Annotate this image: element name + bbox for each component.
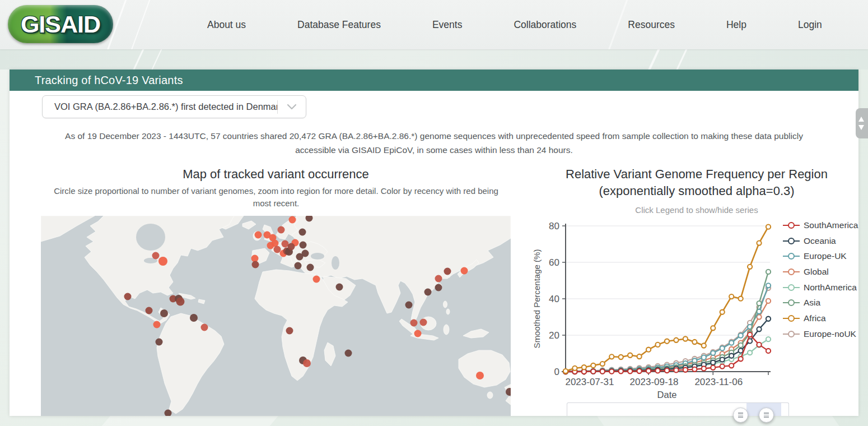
site-header: GISAID About us Database Features Events… [0, 0, 868, 49]
variant-occurrence-dot[interactable] [158, 257, 167, 266]
variant-occurrence-dot[interactable] [302, 250, 309, 257]
variant-occurrence-dot[interactable] [153, 321, 161, 328]
legend-marker-icon [783, 314, 800, 322]
legend-item-Global[interactable]: Global [783, 264, 858, 280]
variant-occurrence-dot[interactable] [435, 284, 442, 291]
legend-item-Oceania[interactable]: Oceania [783, 233, 858, 249]
nav-item-about-us[interactable]: About us [207, 19, 246, 31]
variant-occurrence-dot[interactable] [303, 359, 311, 367]
legend-label: Africa [804, 313, 826, 323]
variant-occurrence-dot[interactable] [405, 302, 413, 309]
legend-label: Asia [804, 298, 820, 308]
variant-occurrence-dot[interactable] [476, 372, 484, 379]
world-map-svg [41, 216, 511, 416]
arrow-up-icon [858, 117, 864, 122]
variant-occurrence-dot[interactable] [252, 261, 259, 268]
world-map[interactable] [41, 216, 511, 416]
nav-item-database-features[interactable]: Database Features [297, 19, 381, 31]
svg-text:2023-09-18: 2023-09-18 [630, 377, 679, 387]
legend-marker-icon [783, 268, 800, 276]
legend-marker-icon [783, 221, 800, 229]
legend-marker-icon [783, 252, 800, 260]
variant-occurrence-dot[interactable] [420, 319, 427, 326]
variant-occurrence-dot[interactable] [165, 410, 172, 416]
map-title: Map of tracked variant occurrence [42, 166, 510, 183]
variant-occurrence-dot[interactable] [295, 262, 302, 270]
svg-text:2023-11-06: 2023-11-06 [694, 377, 743, 387]
grip-icon [738, 413, 743, 418]
legend-label: Europe-noUK [804, 329, 856, 339]
gisaid-logo[interactable]: GISAID [8, 5, 113, 43]
variant-occurrence-dot[interactable] [444, 268, 451, 275]
legend-item-SouthAmerica[interactable]: SouthAmerica [783, 217, 858, 233]
variant-occurrence-dot[interactable] [251, 255, 259, 262]
variant-occurrence-dot[interactable] [255, 231, 262, 239]
svg-text:60: 60 [549, 257, 559, 268]
side-panel-toggle[interactable] [856, 108, 868, 138]
variant-occurrence-dot[interactable] [424, 289, 432, 296]
variant-occurrence-dot[interactable] [288, 243, 295, 251]
svg-text:Date: Date [657, 390, 677, 400]
variant-occurrence-dot[interactable] [201, 324, 208, 331]
frequency-line-chart[interactable]: 0204060802023-07-312023-09-182023-11-06S… [531, 216, 781, 402]
svg-text:2023-07-31: 2023-07-31 [565, 377, 614, 387]
legend-marker-icon [783, 299, 800, 307]
variant-select-value: VOI GRA (BA.2.86+BA.2.86.*) first detect… [43, 101, 277, 112]
page-title: Tracking of hCoV-19 Variants [35, 74, 183, 86]
variant-select[interactable]: VOI GRA (BA.2.86+BA.2.86.*) first detect… [42, 95, 306, 118]
chart-title-line1: Relative Variant Genome Frequency per Re… [566, 167, 828, 181]
chevron-down-icon [278, 104, 306, 110]
map-subtitle: Circle size proportional to number of va… [49, 185, 503, 210]
legend-label: NorthAmerica [804, 283, 857, 293]
arrow-down-icon [858, 125, 864, 130]
legend-item-NorthAmerica[interactable]: NorthAmerica [783, 280, 858, 295]
datazoom-handle-right[interactable] [759, 408, 774, 423]
variant-occurrence-dot[interactable] [190, 314, 198, 322]
variant-occurrence-dot[interactable] [274, 246, 281, 253]
variant-occurrence-dot[interactable] [435, 275, 442, 283]
main-nav: About us Database Features Events Collab… [207, 0, 822, 49]
variant-occurrence-dot[interactable] [345, 350, 352, 357]
variant-occurrence-dot[interactable] [300, 242, 307, 249]
variant-occurrence-dot[interactable] [410, 320, 418, 327]
variant-occurrence-dot[interactable] [307, 264, 314, 271]
nav-item-login[interactable]: Login [798, 19, 822, 31]
legend-label: Global [804, 267, 829, 277]
svg-text:20: 20 [549, 330, 559, 341]
variant-occurrence-dot[interactable] [124, 293, 132, 300]
variant-occurrence-dot[interactable] [313, 276, 320, 283]
variant-occurrence-dot[interactable] [336, 284, 343, 291]
svg-text:80: 80 [549, 221, 559, 231]
nav-item-resources[interactable]: Resources [628, 19, 675, 31]
variant-occurrence-dot[interactable] [160, 309, 168, 317]
variant-occurrence-dot[interactable] [289, 216, 296, 224]
summary-text: As of 19 December 2023 - 1443UTC, 57 cou… [10, 129, 858, 157]
datazoom-slider[interactable] [567, 402, 789, 416]
legend-marker-icon [783, 284, 800, 291]
variant-occurrence-dot[interactable] [278, 226, 285, 234]
legend-item-Europe-UK[interactable]: Europe-UK [783, 248, 858, 264]
content-card: Tracking of hCoV-19 Variants VOI GRA (BA… [10, 70, 858, 416]
legend-item-Africa[interactable]: Africa [783, 311, 858, 326]
variant-occurrence-dot[interactable] [461, 267, 468, 275]
chart-title-line2: (exponentially smoothed alpha=0.3) [599, 184, 794, 198]
variant-occurrence-dot[interactable] [286, 327, 293, 335]
legend-label: Europe-UK [804, 251, 847, 261]
svg-text:40: 40 [549, 294, 559, 304]
legend-item-Asia[interactable]: Asia [783, 295, 858, 311]
variant-occurrence-dot[interactable] [146, 307, 153, 314]
variant-occurrence-dot[interactable] [156, 339, 163, 346]
nav-item-help[interactable]: Help [726, 19, 746, 31]
variant-occurrence-dot[interactable] [152, 252, 160, 260]
datazoom-handle-left[interactable] [733, 408, 748, 423]
legend-item-Europe-noUK[interactable]: Europe-noUK [783, 326, 858, 342]
variant-occurrence-dot[interactable] [299, 229, 306, 236]
legend-marker-icon [783, 330, 800, 338]
hero-background-strip [0, 49, 868, 70]
nav-item-collaborations[interactable]: Collaborations [514, 19, 576, 31]
nav-item-events[interactable]: Events [432, 19, 463, 31]
legend-marker-icon [783, 237, 800, 245]
variant-occurrence-dot[interactable] [176, 298, 185, 306]
variant-occurrence-dot[interactable] [414, 330, 422, 337]
variant-occurrence-dot[interactable] [267, 242, 274, 249]
